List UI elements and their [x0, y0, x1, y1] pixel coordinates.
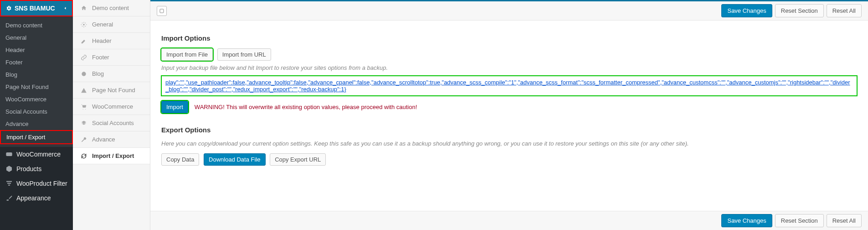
- menu-woocommerce[interactable]: WooCommerce: [0, 147, 73, 162]
- menu-label: Products: [16, 165, 41, 172]
- panel-content: Import Options Import from File Import f…: [150, 21, 868, 175]
- import-hint: Input your backup file below and hit Imp…: [161, 64, 857, 71]
- theme-options-submenu: Demo content General Header Footer Blog …: [0, 16, 73, 147]
- sidebar-sub-advance[interactable]: Advance: [0, 118, 73, 130]
- import-from-file-button[interactable]: Import from File: [161, 48, 213, 61]
- reset-all-button[interactable]: Reset All: [827, 4, 862, 17]
- import-warning: WARNING! This will overwrite all existin…: [195, 104, 417, 110]
- tab-label: Footer: [92, 54, 109, 61]
- gear-icon: [5, 5, 12, 11]
- import-button[interactable]: Import: [161, 101, 188, 113]
- sidebar-sub-demo-content[interactable]: Demo content: [0, 19, 73, 31]
- expand-toggle[interactable]: [157, 6, 167, 16]
- menu-wooproduct-filter[interactable]: WooProduct Filter: [0, 176, 73, 191]
- tab-footer[interactable]: Footer: [73, 49, 150, 66]
- tab-label: Social Accounts: [92, 120, 134, 126]
- theme-options-label: SNS BIAMUC: [15, 5, 55, 12]
- save-changes-button-bottom[interactable]: Save Changes: [721, 214, 772, 227]
- box-icon: [5, 165, 14, 172]
- tab-general[interactable]: General: [73, 16, 150, 33]
- tab-label: Import / Export: [92, 152, 134, 159]
- sidebar-sub-footer[interactable]: Footer: [0, 56, 73, 68]
- tab-page-not-found[interactable]: Page Not Found: [73, 82, 150, 99]
- export-heading: Export Options: [161, 126, 857, 134]
- reset-section-button[interactable]: Reset Section: [775, 4, 824, 17]
- menu-appearance[interactable]: Appearance: [0, 191, 73, 205]
- layers-icon: [79, 120, 88, 126]
- link-icon: [79, 54, 88, 61]
- svg-point-5: [82, 72, 86, 76]
- tab-label: Demo content: [92, 5, 129, 11]
- import-action-row: Import WARNING! This will overwrite all …: [161, 101, 857, 113]
- menu-label: WooProduct Filter: [16, 180, 67, 187]
- sidebar-sub-woocommerce[interactable]: WooCommerce: [0, 93, 73, 105]
- save-changes-button[interactable]: Save Changes: [721, 4, 772, 17]
- panel-topbar: Save Changes Reset Section Reset All: [150, 0, 868, 21]
- import-heading: Import Options: [161, 34, 857, 42]
- tab-label: WooCommerce: [92, 103, 133, 110]
- gear-icon: [79, 71, 88, 77]
- pencil-icon: [79, 38, 88, 44]
- chevron-left-icon: [63, 6, 67, 10]
- tab-advance[interactable]: Advance: [73, 131, 150, 148]
- import-data-textarea[interactable]: [161, 76, 857, 96]
- cart-icon: [79, 104, 88, 110]
- brush-icon: [5, 194, 14, 202]
- theme-options-menu[interactable]: SNS BIAMUC: [0, 0, 73, 16]
- options-section-tabs: Demo content General Header Footer Blog …: [73, 0, 150, 230]
- import-from-url-button[interactable]: Import from URL: [217, 48, 271, 61]
- sidebar-sub-social-accounts[interactable]: Social Accounts: [0, 105, 73, 118]
- reset-section-button-bottom[interactable]: Reset Section: [775, 214, 824, 227]
- svg-point-4: [83, 24, 85, 26]
- tab-demo-content[interactable]: Demo content: [73, 0, 150, 16]
- home-icon: [79, 5, 88, 11]
- sidebar-sub-page-not-found[interactable]: Page Not Found: [0, 81, 73, 93]
- svg-rect-2: [7, 183, 11, 184]
- tab-import-export[interactable]: Import / Export: [73, 148, 150, 164]
- download-data-file-button[interactable]: Download Data File: [204, 153, 265, 166]
- reset-all-button-bottom[interactable]: Reset All: [827, 214, 862, 227]
- tab-label: Page Not Found: [92, 87, 135, 94]
- export-description: Here you can copy/download your current …: [161, 140, 857, 147]
- tab-header[interactable]: Header: [73, 33, 150, 49]
- svg-rect-3: [8, 185, 10, 186]
- svg-rect-6: [160, 9, 164, 13]
- tab-social-accounts[interactable]: Social Accounts: [73, 115, 150, 131]
- menu-label: WooCommerce: [16, 151, 61, 158]
- woocommerce-icon: [5, 151, 14, 158]
- tab-label: General: [92, 21, 113, 28]
- menu-label: Appearance: [16, 194, 51, 202]
- import-source-tabs: Import from File Import from URL: [161, 48, 857, 61]
- panel-bottombar: Save Changes Reset Section Reset All: [150, 211, 868, 230]
- gear-icon: [79, 21, 88, 28]
- refresh-icon: [79, 153, 88, 159]
- wrench-icon: [79, 136, 88, 143]
- sidebar-sub-general[interactable]: General: [0, 31, 73, 44]
- warning-icon: [79, 87, 88, 94]
- svg-rect-0: [6, 152, 12, 156]
- tab-label: Blog: [92, 70, 104, 77]
- sidebar-sub-blog[interactable]: Blog: [0, 68, 73, 81]
- tab-woocommerce[interactable]: WooCommerce: [73, 99, 150, 115]
- copy-data-button[interactable]: Copy Data: [161, 153, 199, 166]
- options-panel: Save Changes Reset Section Reset All Imp…: [150, 0, 868, 230]
- svg-rect-1: [6, 181, 12, 182]
- filter-icon: [5, 180, 14, 187]
- tab-label: Advance: [92, 136, 115, 143]
- sidebar-sub-header[interactable]: Header: [0, 44, 73, 56]
- tab-label: Header: [92, 37, 112, 44]
- copy-export-url-button[interactable]: Copy Export URL: [270, 153, 326, 166]
- tab-blog[interactable]: Blog: [73, 66, 150, 82]
- export-buttons: Copy Data Download Data File Copy Export…: [161, 153, 857, 166]
- admin-sidebar: SNS BIAMUC Demo content General Header F…: [0, 0, 73, 230]
- admin-main-menu: WooCommerce Products WooProduct Filter A…: [0, 147, 73, 205]
- menu-products[interactable]: Products: [0, 162, 73, 176]
- sidebar-sub-import-export[interactable]: Import / Export: [0, 130, 73, 144]
